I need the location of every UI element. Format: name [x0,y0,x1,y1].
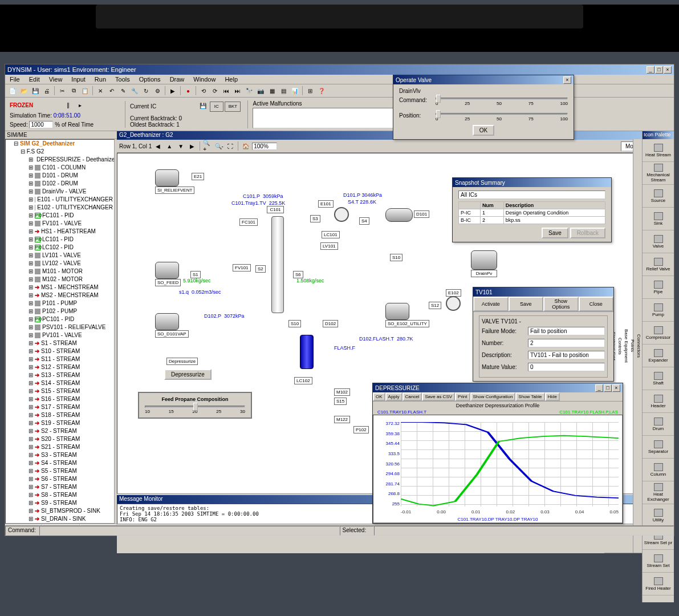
tree-item[interactable]: ⊞ ➔ S13 - STREAM [6,371,114,379]
palette-pump[interactable]: Pump [643,299,674,322]
new-icon[interactable]: 📄 [7,86,18,96]
zoom-fit-icon[interactable]: ⛶ [225,141,235,151]
palette-expander[interactable]: Expander [643,345,674,367]
menu-file[interactable]: File [7,75,22,83]
side-tab-connectors[interactable]: Connectors [636,139,642,553]
tree-item[interactable]: ⊞ ➔ SI_DRAIN - SINK [6,515,114,523]
tree-item[interactable]: ⊞ ➔ S4 - STREAM [6,459,114,467]
nav-first-icon[interactable]: ◀ [153,141,163,151]
command-input[interactable] [39,526,340,536]
pause-icon[interactable]: ‖ [63,100,74,110]
snapshot-table[interactable]: NumDescriptionP-IC1Design Operating Cond… [458,201,605,224]
gear-icon[interactable]: ⚙ [152,86,162,96]
tree-item[interactable]: ⊞ ➔ S1 - STREAM [6,339,114,347]
palette-pipe[interactable]: Pipe [643,276,674,299]
minimize-button[interactable]: _ [647,66,654,74]
tree-item[interactable]: ⊞ M101 - MOTOR [6,268,114,275]
snapshot-save-button[interactable]: Save [542,228,568,238]
dep-ok-button[interactable]: OK [373,392,385,401]
side-tab-base-equipment[interactable]: Base Equipment [623,139,629,553]
palette-drum[interactable]: Drum [643,413,674,436]
ic-button[interactable]: IC [210,102,223,112]
palette-shaft[interactable]: Shaft [643,367,674,390]
tree-item[interactable]: ⊞ PID LC101 - PID [6,236,114,244]
tree-item[interactable]: ⊞ ➔ S19 - STREAM [6,419,114,427]
dep-close-button[interactable]: × [612,384,620,392]
tree-item[interactable]: ⊞ ➔ S20 - STREAM [6,435,114,443]
play-icon[interactable]: ▶ [168,86,178,96]
dep-hide-button[interactable]: Hide [545,392,560,401]
drainpv[interactable] [471,250,497,270]
delete-icon[interactable]: ✕ [95,86,105,96]
menu-help[interactable]: Help [222,75,240,83]
home-icon[interactable]: 🏠 [241,141,251,151]
snapshot-rollback-button[interactable]: Rollback [570,228,605,238]
tree-item[interactable]: ⊞ ➔ S10 - STREAM [6,347,114,355]
tree-item[interactable]: ⊞ ➔ S8 - STREAM [6,491,114,499]
menu-run[interactable]: Run [92,75,108,83]
dep-print-button[interactable]: Print [455,392,470,401]
skip-fwd-icon[interactable]: ⏭ [233,86,243,96]
undo-icon[interactable]: ↶ [107,86,117,96]
tv-activate-button[interactable]: Activate [473,297,509,311]
tree-item[interactable]: ⊞ DrainVlv - VALVE [6,188,114,196]
flash-d102[interactable] [300,335,314,369]
tree-item[interactable]: ⊞ ➔ HS1 - HEATSTREAM [6,228,114,236]
menu-edit[interactable]: Edit [27,75,42,83]
grid-icon[interactable]: ▦ [267,86,277,96]
zoom-out-icon[interactable]: 🔍- [214,141,224,151]
column-c101[interactable] [271,216,284,313]
menu-input[interactable]: Input [69,75,87,83]
hx-e101[interactable] [334,207,349,222]
step-fwd-icon[interactable]: ⟳ [210,86,220,96]
tree-item[interactable]: ⊞ PSV101 - RELIEFVALVE [6,323,114,331]
tree-item[interactable]: ⊞ ➔ S5 - STREAM [6,467,114,475]
tree-item[interactable]: ⊞ PID LC102 - PID [6,244,114,252]
save-icon[interactable]: 💾 [30,86,40,96]
tree-item[interactable]: ⊞ DEPRESSURIZE - Deethanizer [6,156,114,164]
step-back-icon[interactable]: ⟲ [198,86,209,96]
tree-item[interactable]: ⊞ M102 - MOTOR [6,275,114,283]
tree-item[interactable]: ⊞ ➔ S18 - STREAM [6,411,114,419]
tree-panel[interactable]: ⊟ SIM G2_Deethanizer⊟ F.S G2⊞ DEPRESSURI… [5,139,115,524]
menu-options[interactable]: Options [137,75,163,83]
malfunction-list[interactable] [253,108,395,128]
bkt-button[interactable]: BKT [225,102,241,112]
palette-relief-valve[interactable]: Relief Valve [643,253,674,276]
nav-up-icon[interactable]: ▲ [164,141,174,151]
palette-mechanical-stream[interactable]: Mechanical Stream [643,162,674,185]
palette-sink[interactable]: Sink [643,208,674,230]
tree-item[interactable]: ⊞ ➔ MS2 - MECHSTREAM [6,291,114,299]
config-icon[interactable]: ⊞ [305,86,315,96]
wrench-icon[interactable]: 🔧 [129,86,140,96]
tree-item[interactable]: ⊞ LV102 - VALVE [6,260,114,268]
zoom-input[interactable] [252,143,277,150]
tree-item[interactable]: ⊞ FV101 - VALVE [6,220,114,228]
ov-ok-button[interactable]: OK [473,125,494,136]
menu-window[interactable]: Window [191,75,218,83]
dep-max-button[interactable]: □ [604,384,612,392]
redo-icon[interactable]: ↻ [141,86,151,96]
tree-item[interactable]: ⊞ E102 - UTILITYEXCHANGER [6,204,114,212]
tv-save-button[interactable]: Save [509,297,544,311]
cut-icon[interactable]: ✂ [57,86,67,96]
help-icon[interactable]: ❓ [316,86,327,96]
tree-item[interactable]: ⊞ PV101 - VALVE [6,331,114,339]
tree-item[interactable]: ⊞ ➔ S16 - STREAM [6,395,114,403]
close-button[interactable]: × [664,66,672,74]
dep-cancel-button[interactable]: Cancel [402,392,422,401]
tree-item[interactable]: ⊞ ➔ S2 - STREAM [6,427,114,435]
palette-utility[interactable]: Utility [643,504,674,527]
depressurize-button[interactable]: Depressurize [164,369,212,380]
tv-show-options-button[interactable]: Show Options [543,297,579,311]
drum-util[interactable] [385,303,409,320]
table-icon[interactable]: ▤ [278,86,288,96]
zoom-in-icon[interactable]: 🔍+ [202,141,213,151]
tree-item[interactable]: ⊞ P102 - PUMP [6,307,114,315]
tree-item[interactable]: ⊞ ➔ S11 - STREAM [6,355,114,363]
tree-item[interactable]: ⊞ D102 - DRUM [6,180,114,188]
menu-view[interactable]: View [47,75,65,83]
tree-item[interactable]: ⊞ ➔ S17 - STREAM [6,403,114,411]
camera-icon[interactable]: 📷 [255,86,266,96]
dep-show-table-button[interactable]: Show Table [515,392,544,401]
